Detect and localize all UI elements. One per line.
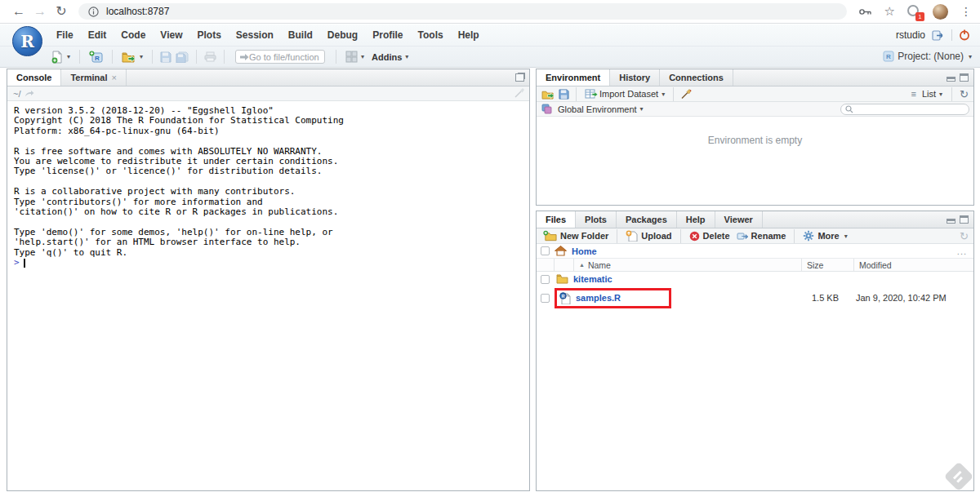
close-icon[interactable]: × [111,69,116,86]
list-view-button[interactable]: List ▾ [920,88,944,100]
load-workspace-folder-icon[interactable] [541,89,555,100]
menu-item-code[interactable]: Code [114,29,153,41]
browser-menu-icon[interactable]: ⋮ [960,5,972,18]
project-selector[interactable]: R Project: (None) ▾ [883,51,972,62]
file-link[interactable]: kitematic [573,274,612,284]
files-toolbar: New Folder Upload Delete Rename [537,228,973,244]
console-output[interactable]: R version 3.5.2 (2018-12-20) -- "Eggshel… [7,101,529,273]
url-bar[interactable]: localhost:8787 [78,3,847,20]
files-breadcrumb-row: Home ... [537,244,973,259]
tab-packages[interactable]: Packages [617,211,677,228]
menu-item-profile[interactable]: Profile [365,29,410,41]
delete-button[interactable]: Delete [688,231,732,242]
open-file-button[interactable]: ▾ [120,51,145,64]
environment-scope-selector[interactable]: Global Environment ▾ [556,104,645,115]
maximize-pane-icon[interactable] [960,215,969,224]
clear-environment-broom-icon[interactable] [680,89,692,100]
menu-bar: File Edit Code View Plots Session Build … [0,24,980,47]
menu-item-session[interactable]: Session [229,29,281,41]
password-key-icon[interactable] [858,7,872,17]
extension-icon[interactable]: 1 [907,5,920,18]
rename-button[interactable]: Rename [735,231,788,241]
save-icon[interactable] [160,51,172,63]
home-icon[interactable] [555,246,567,256]
tab-terminal[interactable]: Terminal × [61,69,126,86]
file-link[interactable]: samples.R [576,293,621,303]
tab-help-label: Help [686,211,706,228]
panes-layout-button[interactable]: ▾ [344,50,366,64]
forward-icon[interactable]: → [29,0,51,23]
quit-session-power-icon[interactable] [959,29,970,41]
clear-console-broom-icon[interactable] [514,88,524,99]
row-checkbox[interactable] [541,275,550,284]
menu-item-file[interactable]: File [49,29,81,41]
console-prompt-line[interactable]: > [14,258,523,268]
goto-directory-icon[interactable] [24,90,34,97]
tab-history[interactable]: History [610,69,660,86]
save-workspace-icon[interactable] [559,89,569,100]
tab-viewer[interactable]: Viewer [715,211,763,228]
menu-item-plots[interactable]: Plots [189,29,228,41]
tab-plots[interactable]: Plots [576,211,617,228]
new-file-button[interactable]: ▾ [49,50,72,64]
tab-connections-label: Connections [669,69,724,86]
print-icon[interactable] [204,51,216,62]
tab-viewer-label: Viewer [724,211,753,228]
column-header-modified[interactable]: Modified [854,259,973,271]
menu-item-edit[interactable]: Edit [81,29,114,41]
environment-search-box[interactable] [840,104,969,115]
maximize-pane-icon[interactable] [515,73,524,82]
import-dataset-button[interactable]: Import Dataset ▾ [583,88,666,100]
addins-button[interactable]: Addins ▾ [370,51,410,63]
goto-file-function-input[interactable] [249,52,321,62]
menu-item-debug[interactable]: Debug [320,29,365,41]
new-folder-button[interactable]: New Folder [541,230,610,242]
tab-help[interactable]: Help [677,211,715,228]
svg-text:R: R [95,54,100,61]
more-button[interactable]: More ▾ [801,230,849,242]
tab-console[interactable]: Console [7,69,61,86]
more-label: More [817,231,839,241]
caret-down-icon: ▾ [844,233,848,240]
minimize-pane-icon[interactable] [947,219,956,224]
maximize-pane-icon[interactable] [960,73,969,82]
goto-file-function-box[interactable] [235,50,325,64]
refresh-files-icon[interactable]: ↻ [960,231,969,242]
row-checkbox[interactable] [541,294,550,303]
path-ellipsis-button[interactable]: ... [957,246,967,256]
browser-avatar[interactable] [933,4,948,20]
save-all-icon[interactable] [176,51,189,63]
sign-out-icon[interactable] [932,30,945,41]
delete-icon [689,231,700,242]
upload-button[interactable]: Upload [624,230,673,242]
bookmark-star-icon[interactable]: ☆ [884,4,895,19]
username-label: rstudio [896,29,925,41]
breadcrumb-home-link[interactable]: Home [572,246,597,256]
import-dataset-table-icon [585,89,598,99]
delete-label: Delete [703,231,730,241]
environment-search-input[interactable] [853,104,964,113]
new-project-button[interactable]: R [87,50,105,64]
column-header-size[interactable]: Size [802,259,854,271]
menu-item-build[interactable]: Build [281,29,320,41]
file-row-samples[interactable]: R samples.R 1.5 KB Jan 9, 2020, 10:42 PM [537,286,973,309]
svg-text:R: R [886,53,891,60]
environment-panel: Environment History Connections [536,69,974,206]
refresh-environment-icon[interactable]: ↻ [960,89,969,100]
file-row-kitematic[interactable]: kitematic [537,272,973,286]
menu-item-tools[interactable]: Tools [411,29,451,41]
tab-files[interactable]: Files [537,211,576,228]
minimize-pane-icon[interactable] [947,77,956,82]
upload-label: Upload [641,231,671,241]
back-icon[interactable]: ← [8,0,29,23]
page-refresh-icon[interactable]: ↻ [51,0,72,23]
files-panel: Files Plots Packages Help Viewer [536,211,974,491]
tab-connections[interactable]: Connections [660,69,733,86]
toolbar-divider [951,87,952,101]
select-all-checkbox[interactable] [541,246,550,255]
info-icon[interactable] [88,7,99,17]
tab-environment[interactable]: Environment [537,69,610,86]
menu-item-help[interactable]: Help [451,29,487,41]
column-header-name[interactable]: ▲ Name [574,259,802,271]
menu-item-view[interactable]: View [153,29,189,41]
